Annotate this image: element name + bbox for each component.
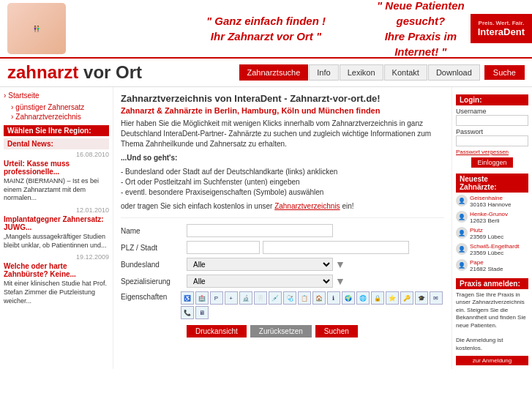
prop-icon-lock[interactable]: 🔒 (371, 291, 384, 305)
doctor-name-3[interactable]: Plutz (470, 227, 503, 234)
reset-button[interactable]: Zurücksetzen (250, 325, 312, 338)
form-row-name: Name (121, 224, 444, 237)
stadt-input[interactable] (263, 241, 409, 254)
prop-icon-injection[interactable]: 💉 (269, 291, 282, 305)
startseite-link[interactable]: Startseite (4, 91, 109, 100)
logo-zahnarzt: zahnarzt (7, 62, 78, 82)
news-date-3: 19.12.2009 (4, 253, 109, 261)
header-slogan-center: " Ganz einfach finden ! Ihr Zahnarzt vor… (161, 0, 371, 57)
username-label: Username (456, 108, 528, 115)
right-sidebar: Login: Username Passwort Passwort verges… (452, 87, 532, 369)
bundesland-dropdown-icon: ▼ (335, 258, 345, 270)
doctor-info-1: Geisenhaine 30163 Hannove (470, 195, 512, 208)
prop-icon-tooth[interactable]: 🦷 (254, 291, 267, 305)
header: 👫 " Ganz einfach finden ! Ihr Zahnarzt v… (0, 0, 532, 59)
prop-icon-web[interactable]: 🌐 (356, 291, 370, 305)
search-form: Name PLZ / Stadt Bundesland Alle ▼ Spezi… (121, 217, 444, 338)
news-title-1[interactable]: Urteil: Kasse muss professionelle... (4, 160, 109, 176)
prop-icon-hospital[interactable]: 🏥 (195, 291, 209, 305)
doctor-location-2: 12623 Berli (470, 217, 508, 224)
interadent-logo: Preis. Wert. Fair. InteraDent (471, 14, 532, 43)
login-button[interactable]: Einloggen (471, 157, 512, 168)
prop-icon-microscope[interactable]: 🔬 (239, 291, 252, 305)
news-date-1: 16.08.2010 (4, 151, 109, 158)
forgot-password-link[interactable]: Passwort vergessen (456, 149, 528, 155)
spezialisierung-select[interactable]: Alle (187, 275, 333, 288)
eigenschaften-label: Eigenschaften (121, 291, 181, 301)
sidebar-links: günstiger Zahnersatz Zahnarztverzeichnis (4, 102, 109, 122)
name-input[interactable] (187, 224, 333, 237)
praxis-anmeldung-button[interactable]: zur Anmeldung (456, 356, 528, 365)
password-label: Passwort (456, 128, 528, 135)
prop-icon-computer[interactable]: 🖥 (195, 306, 209, 319)
username-row: Username (456, 108, 528, 126)
howto-text: - Bundesland oder Stadt auf der Deutschl… (121, 167, 444, 198)
prop-icon-globe[interactable]: 🌍 (342, 291, 355, 305)
cta-text: oder tragen Sie sich einfach kostenlos i… (121, 201, 444, 212)
search-form-button[interactable]: Suchen (315, 325, 358, 338)
prop-icon-medicine[interactable]: + (225, 291, 238, 305)
news-title-3[interactable]: Welche oder harte Zahnbürste? Keine... (4, 262, 109, 278)
prop-icon-star[interactable]: ⭐ (386, 291, 399, 305)
logo-brand: InteraDent (478, 26, 525, 37)
doctor-name-4[interactable]: Schwiß-Engelhardt (470, 243, 520, 250)
main-intro: Hier haben Sie die Möglichkeit mit wenig… (121, 119, 444, 149)
prop-icon-wheelchair[interactable]: ♿ (181, 291, 194, 305)
prop-icon-home[interactable]: 🏠 (312, 291, 326, 305)
form-row-spezialisierung: Spezialisierung Alle ▼ (121, 275, 444, 288)
main-subtitle: Zahnarzt & Zahnärzte in Berlin, Hamburg,… (121, 106, 444, 115)
news-item-3: 19.12.2009 Welche oder harte Zahnbürste?… (4, 253, 109, 305)
plz-input[interactable] (187, 241, 260, 254)
prop-icon-email[interactable]: ✉ (430, 291, 443, 305)
tab-lexikon[interactable]: Lexikon (340, 64, 383, 81)
prop-icon-clipboard[interactable]: 📋 (298, 291, 311, 305)
username-input[interactable] (456, 115, 528, 126)
logo-vor-ort: vor Ort (83, 62, 142, 82)
form-row-eigenschaften: Eigenschaften ♿ 🏥 P + 🔬 🦷 💉 🩺 📋 🏠 ℹ 🌍 🌐 … (121, 291, 444, 319)
doctor-avatar-5: 👤 (456, 259, 468, 271)
search-button[interactable]: Suche (484, 65, 525, 80)
cta-suffix: ein! (342, 202, 353, 210)
tab-download[interactable]: Download (428, 64, 480, 81)
plz-label: PLZ / Stadt (121, 244, 187, 252)
tab-zahnarztsuche[interactable]: Zahnarztsuche (239, 64, 309, 81)
prop-icon-info[interactable]: ℹ (327, 291, 340, 305)
bundesland-select[interactable]: Alle (187, 258, 333, 271)
doctor-name-2[interactable]: Henke-Grunov (470, 211, 508, 217)
tab-kontakt[interactable]: Kontakt (384, 64, 427, 81)
doctor-location-4: 23569 Lübec (470, 250, 520, 256)
slogan-right-text: " Neue Patienten gesucht? Ihre Praxis im… (371, 0, 471, 63)
main-content: Zahnarztverzeichnis von InteraDent - Zah… (113, 87, 452, 369)
prop-icon-stethoscope[interactable]: 🩺 (283, 291, 296, 305)
password-row: Passwort (456, 128, 528, 146)
password-input[interactable] (456, 135, 528, 146)
login-title: Login: (456, 94, 528, 105)
cta-link[interactable]: Zahnarztverzeichnis (274, 202, 340, 210)
header-logo-area: 👫 (0, 0, 161, 57)
sidebar-link-verzeichnis[interactable]: Zahnarztverzeichnis (4, 112, 109, 122)
prop-icon-key[interactable]: 🔑 (400, 291, 413, 305)
news-date-2: 12.01.2010 (4, 206, 109, 214)
praxis-text: Tragen Sie Ihre Praxis in unser Zahnarzt… (456, 291, 528, 352)
doctor-info-3: Plutz 23569 Lübec (470, 227, 503, 240)
tab-info[interactable]: Info (309, 64, 338, 81)
prop-icon-phone[interactable]: 📞 (181, 306, 194, 319)
doctor-item-2: 👤 Henke-Grunov 12623 Berli (456, 211, 528, 224)
header-slogan-right: " Neue Patienten gesucht? Ihre Praxis im… (371, 0, 532, 57)
news-title-2[interactable]: Implantatgegner Zahnersatz: JUWG... (4, 215, 109, 231)
doctor-location-3: 23569 Lübec (470, 234, 503, 240)
cta-prefix: oder tragen Sie sich einfach kostenlos i… (121, 202, 272, 210)
region-title: Wählen Sie Ihre Region: (4, 125, 109, 136)
print-button[interactable]: Druckansicht (187, 325, 247, 338)
news-item-1: 16.08.2010 Urteil: Kasse muss profession… (4, 151, 109, 203)
doctor-name-1[interactable]: Geisenhaine (470, 195, 512, 201)
prop-icon-parking[interactable]: P (210, 291, 223, 305)
newest-doctors-title: Neueste Zahnärzte: (456, 174, 528, 193)
news-title: Dental News: (4, 138, 109, 149)
prop-icon-graduate[interactable]: 🎓 (415, 291, 428, 305)
spezialisierung-label: Spezialisierung (121, 277, 187, 286)
sidebar-link-zahnersatz[interactable]: günstiger Zahnersatz (4, 102, 109, 112)
doctor-name-5[interactable]: Pape (470, 259, 503, 266)
doctor-item-4: 👤 Schwiß-Engelhardt 23569 Lübec (456, 243, 528, 256)
news-text-2: „Mangels aussagekräftiger Studien bleibt… (4, 233, 109, 250)
